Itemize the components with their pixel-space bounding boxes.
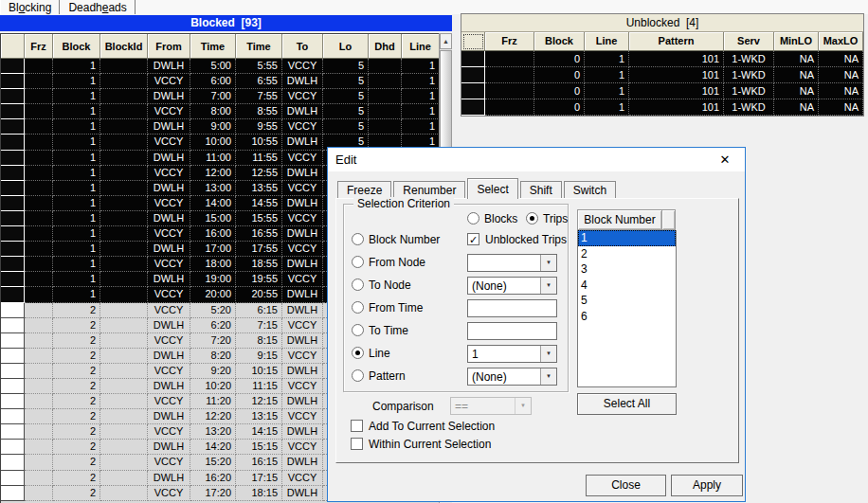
row-selector[interactable] [1,471,25,486]
to-node-combobox[interactable]: (None)▼ [467,277,557,295]
row-selector[interactable] [1,287,25,302]
row-selector[interactable] [1,394,25,409]
col-time-arr[interactable]: Time [236,34,282,59]
row-selector[interactable] [1,257,25,272]
tab-blocking[interactable]: Blocking [0,0,60,14]
line-combobox[interactable]: 1▼ [467,345,557,363]
col-blockid[interactable]: BlockId [100,34,148,59]
row-selector[interactable] [1,303,25,318]
row-selector[interactable] [1,272,25,287]
table-row[interactable]: 1VCCY8:008:55DWLH51 [1,104,439,119]
row-selector[interactable] [1,242,25,257]
row-selector[interactable] [1,59,25,74]
block-number-listbox[interactable]: 123456 [577,230,677,387]
list-item[interactable]: 6 [578,309,676,325]
table-row[interactable]: 011011-WKDNANA [461,67,863,83]
row-selector[interactable] [1,379,25,394]
scrollbar-thumb[interactable] [440,50,452,162]
table-row[interactable]: 1DWLH7:007:55VCCY51 [1,89,439,104]
dropdown-arrow-icon[interactable]: ▼ [540,368,556,385]
row-selector[interactable] [1,333,25,349]
row-selector[interactable] [1,318,25,333]
row-selector[interactable] [461,51,485,67]
from-node-combobox[interactable]: ▼ [467,254,557,272]
trips-radio[interactable] [526,212,538,225]
row-selector[interactable] [1,74,25,89]
row-selector[interactable] [1,226,25,242]
tab-select[interactable]: Select [467,178,517,199]
col-pattern[interactable]: Pattern [629,32,724,51]
col-lo[interactable]: Lo [323,34,369,59]
table-row[interactable]: 011011-WKDNANA [461,51,863,67]
table-row[interactable]: 011011-WKDNANA [461,83,863,99]
to-time-radio[interactable] [352,324,364,336]
tab-shift[interactable]: Shift [520,181,562,199]
row-selector[interactable] [1,135,25,150]
col-frz[interactable]: Frz [25,34,53,59]
close-icon[interactable]: ✕ [716,152,733,169]
block-number-list-header[interactable]: Block Number [577,209,662,230]
col-to[interactable]: To [282,34,323,59]
row-selector[interactable] [1,151,25,166]
row-selector[interactable] [1,364,25,379]
dialog-titlebar[interactable]: Edit ✕ [328,148,745,171]
row-selector[interactable] [1,196,25,211]
col-block[interactable]: Block [53,34,100,59]
col-block[interactable]: Block [534,32,585,51]
list-item[interactable]: 1 [578,230,676,246]
row-selector[interactable] [1,440,25,455]
blocks-radio[interactable] [467,212,479,225]
row-selector[interactable] [1,104,25,119]
within-current-selection-checkbox[interactable] [351,438,363,450]
dropdown-arrow-icon[interactable]: ▼ [540,346,556,362]
tab-deadheads[interactable]: Deadheads [60,0,135,14]
col-from[interactable]: From [148,34,190,59]
col-frz[interactable]: Frz [485,32,534,51]
table-row[interactable]: 1VCCY6:006:55DWLH51 [1,74,439,89]
table-row[interactable]: 1DWLH5:005:55VCCY51 [1,59,439,74]
col-line[interactable]: Line [585,32,629,51]
pattern-radio[interactable] [352,369,364,382]
list-item[interactable]: 4 [578,278,676,294]
from-time-field[interactable] [467,299,557,317]
tab-switch[interactable]: Switch [564,181,616,199]
row-selector[interactable] [461,67,485,83]
to-node-radio[interactable] [352,278,364,291]
row-selector[interactable] [461,83,485,99]
add-to-current-selection-checkbox[interactable] [351,420,363,432]
col-minlo[interactable]: MinLO [774,32,819,51]
close-button[interactable]: Close [586,475,666,496]
unblocked-corner-cell[interactable] [461,32,485,51]
row-selector[interactable] [1,455,25,470]
row-selector[interactable] [1,89,25,104]
table-row[interactable]: 1DWLH9:009:55VCCY51 [1,119,439,135]
list-item[interactable]: 2 [578,246,676,262]
apply-button[interactable]: Apply [671,475,743,496]
unblocked-trips-checkbox[interactable]: ✓ [467,233,479,245]
dropdown-arrow-icon[interactable]: ▼ [540,278,556,294]
row-selector[interactable] [1,211,25,226]
row-selector[interactable] [1,409,25,424]
select-all-button[interactable]: Select All [577,393,677,415]
row-selector[interactable] [1,486,25,501]
col-time-dep[interactable]: Time [190,34,236,59]
row-selector[interactable] [1,349,25,364]
list-item[interactable]: 3 [578,261,676,278]
scroll-up-icon[interactable]: ▲ [440,33,452,49]
table-row[interactable]: 011011-WKDNANA [461,99,863,116]
col-dhd[interactable]: Dhd [369,34,402,59]
from-time-radio[interactable] [352,301,364,314]
row-selector[interactable] [1,166,25,181]
dropdown-arrow-icon[interactable]: ▼ [540,255,556,271]
to-time-field[interactable] [467,322,557,340]
col-serv[interactable]: Serv [724,32,774,51]
row-selector[interactable] [1,424,25,440]
row-selector[interactable] [1,119,25,135]
col-line[interactable]: Line [402,34,440,59]
pattern-combobox[interactable]: (None)▼ [467,368,557,386]
block-number-radio[interactable] [352,233,364,245]
row-selector[interactable] [461,99,485,116]
from-node-radio[interactable] [352,256,364,268]
line-radio[interactable] [352,347,364,359]
list-item[interactable]: 5 [578,293,676,309]
